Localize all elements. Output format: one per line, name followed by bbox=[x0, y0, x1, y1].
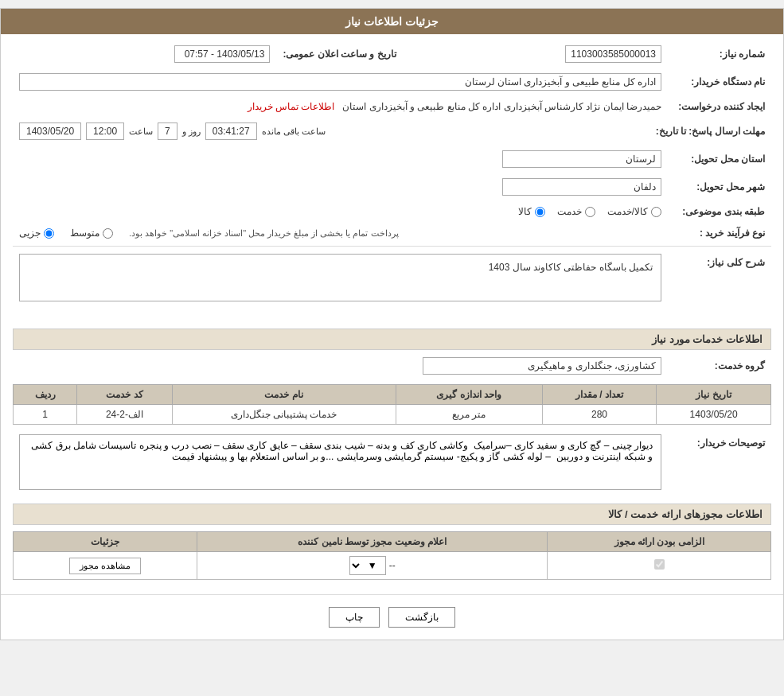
th-elam: اعلام وضعیت مجوز توسط نامین کننده bbox=[197, 532, 548, 552]
radio-kala-input[interactable] bbox=[535, 207, 545, 217]
label-shomare: شماره نیاز: bbox=[668, 42, 771, 66]
th-elzami: الزامی بودن ارائه مجوز bbox=[548, 532, 771, 552]
elzami-checkbox bbox=[654, 559, 665, 570]
info-table-4: مهلت ارسال پاسخ: تا تاریخ: ساعت باقی مان… bbox=[13, 119, 771, 143]
baghimande-value: 03:41:27 bbox=[205, 122, 257, 140]
radio-kala: کالا bbox=[518, 206, 545, 217]
tosih-textarea bbox=[19, 434, 661, 490]
label-no-farayand: نوع فرآیند خرید : bbox=[668, 224, 771, 242]
label-grohe: گروه خدمت: bbox=[668, 354, 771, 378]
chap-button[interactable]: چاپ bbox=[329, 607, 380, 628]
info-table-2: نام دستگاه خریدار: اداره کل منابع طبیعی … bbox=[13, 70, 771, 94]
info-table-6: شهر محل تحویل: دلفان bbox=[13, 175, 771, 199]
radio-jozi: جزیی bbox=[19, 227, 54, 239]
khadamat-section-title: اطلاعات خدمات مورد نیاز bbox=[13, 329, 771, 350]
label-tosih: توصیحات خریدار: bbox=[668, 431, 771, 496]
td-tedad: 280 bbox=[542, 405, 657, 425]
page-header: جزئیات اطلاعات نیاز bbox=[1, 9, 783, 34]
divider-1 bbox=[13, 246, 771, 247]
td-radif: 1 bbox=[14, 405, 77, 425]
value-shahr: دلفان bbox=[13, 175, 668, 199]
td-kod: الف-2-24 bbox=[77, 405, 172, 425]
radio-kala-khedmat: کالا/خدمت bbox=[607, 206, 661, 217]
page-wrapper: جزئیات اطلاعات نیاز شماره نیاز: 11030035… bbox=[0, 8, 784, 640]
table-row: 1403/05/20 280 متر مربع خدمات پشتیبانی ج… bbox=[14, 405, 771, 425]
kala-khedmat-label: کالا/خدمت bbox=[607, 206, 648, 217]
info-table-1: شماره نیاز: 1103003585000013 تاریخ و ساع… bbox=[13, 42, 771, 66]
shahr-value: دلفان bbox=[502, 178, 661, 196]
info-table-grohe: گروه خدمت: کشاورزی، جنگلداری و ماهیگیری bbox=[13, 354, 771, 378]
tarikh-value: 1403/05/20 bbox=[19, 122, 81, 140]
bazgasht-button[interactable]: بازگشت bbox=[388, 607, 455, 628]
radio-motavasset-input[interactable] bbox=[103, 228, 113, 239]
th-tedad: تعداد / مقدار bbox=[542, 385, 657, 405]
info-table-5: استان محل تحویل: لرستان bbox=[13, 147, 771, 171]
td-elzami bbox=[548, 552, 771, 580]
value-sharh: AnaТender.net تکمیل باسگاه حفاظتی کاکاون… bbox=[13, 251, 668, 321]
info-table-sharh: شرح کلی نیاز: AnaТender.net تکمیل باسگاه… bbox=[13, 251, 771, 321]
content-area: شماره نیاز: 1103003585000013 تاریخ و ساع… bbox=[1, 34, 783, 594]
th-vahed: واحد اندازه گیری bbox=[396, 385, 542, 405]
info-table-7: طبقه بندی موضوعی: کالا/خدمت خدمت bbox=[13, 203, 771, 220]
label-shahr: شهر محل تحویل: bbox=[668, 175, 771, 199]
value-no-farayand: پرداخت تمام یا بخشی از مبلغ خریدار محل "… bbox=[13, 224, 668, 242]
motavasset-label: متوسط bbox=[70, 227, 99, 239]
label-ostan: استان محل تحویل: bbox=[668, 147, 771, 171]
radio-jozi-input[interactable] bbox=[44, 228, 54, 239]
th-kod: کد خدمت bbox=[77, 385, 172, 405]
label-tabaqe: طبقه بندی موضوعی: bbox=[668, 203, 771, 220]
kala-label: کالا bbox=[518, 206, 532, 217]
info-table-tosih: توصیحات خریدار: bbox=[13, 431, 771, 496]
value-ejad: حمیدرضا ایمان نژاد کارشناس آبخیزداری ادا… bbox=[13, 98, 668, 115]
label-ejad: ایجاد کننده درخواست: bbox=[668, 98, 771, 115]
info-table-3: ایجاد کننده درخواست: حمیدرضا ایمان نژاد … bbox=[13, 98, 771, 115]
no-farayand-note: پرداخت تمام یا بخشی از مبلغ خریدار محل "… bbox=[129, 228, 399, 239]
licenses-table: الزامی بودن ارائه مجوز اعلام وضعیت مجوز … bbox=[13, 531, 771, 580]
tamas-kharidar-link[interactable]: اطلاعات تماس خریدار bbox=[248, 101, 335, 112]
value-tabaqe: کالا/خدمت خدمت کالا bbox=[13, 203, 668, 220]
roz-label: روز و bbox=[182, 126, 201, 137]
ejad-value: حمیدرضا ایمان نژاد کارشناس آبخیزداری ادا… bbox=[342, 101, 661, 112]
elam-select[interactable]: ▼ bbox=[349, 556, 386, 575]
info-table-8: نوع فرآیند خرید : پرداخت تمام یا بخشی از… bbox=[13, 224, 771, 242]
nam-dastgah-value: اداره کل منابع طبیعی و آبخیزداری استان ل… bbox=[19, 73, 661, 91]
sharh-value: تکمیل باسگاه حفاظتی کاکاوند سال 1403 bbox=[19, 254, 661, 301]
th-nam: نام خدمت bbox=[172, 385, 396, 405]
value-tarikh-elan: 1403/05/13 - 07:57 bbox=[13, 42, 276, 66]
saat-value: 12:00 bbox=[86, 122, 124, 140]
value-tosih bbox=[13, 431, 668, 496]
label-sharh: شرح کلی نیاز: bbox=[668, 251, 771, 321]
td-nam: خدمات پشتیبانی جنگل‌داری bbox=[172, 405, 396, 425]
td-vahed: متر مربع bbox=[396, 405, 542, 425]
page-title: جزئیات اطلاعات نیاز bbox=[345, 15, 439, 28]
sharh-area: AnaТender.net تکمیل باسگاه حفاظتی کاکاون… bbox=[19, 254, 661, 317]
shomare-niaz-value: 1103003585000013 bbox=[565, 45, 661, 63]
td-tarikh: 1403/05/20 bbox=[657, 405, 771, 425]
radio-kala-khedmat-input[interactable] bbox=[651, 207, 661, 217]
td-elam-vaziat: -- ▼ bbox=[197, 552, 548, 580]
services-table: تاریخ نیاز تعداد / مقدار واحد اندازه گیر… bbox=[13, 384, 771, 425]
value-nam-dastgah: اداره کل منابع طبیعی و آبخیزداری استان ل… bbox=[13, 70, 668, 94]
value-mohlat: ساعت باقی مانده 03:41:27 روز و 7 ساعت 12… bbox=[13, 119, 649, 143]
value-grohe: کشاورزی، جنگلداری و ماهیگیری bbox=[13, 354, 668, 378]
label-mohlat: مهلت ارسال پاسخ: تا تاریخ: bbox=[649, 119, 771, 143]
tarikh-elan-value: 1403/05/13 - 07:57 bbox=[174, 45, 270, 63]
view-mojavez-button[interactable]: مشاهده مجوز bbox=[69, 558, 141, 574]
grohe-value: کشاورزی، جنگلداری و ماهیگیری bbox=[423, 357, 661, 375]
value-shomare: 1103003585000013 bbox=[403, 42, 668, 66]
radio-khedmat-input[interactable] bbox=[585, 207, 595, 217]
th-radif: ردیف bbox=[14, 385, 77, 405]
footer-buttons: بازگشت چاپ bbox=[1, 594, 783, 640]
label-tarikh-elan: تاریخ و ساعت اعلان عمومی: bbox=[276, 42, 402, 66]
roz-value: 7 bbox=[158, 122, 177, 140]
mojavez-section-title: اطلاعات مجوزهای ارائه خدمت / کالا bbox=[13, 504, 771, 525]
license-row: -- ▼ مشاهده مجوز bbox=[14, 552, 771, 580]
radio-motavasset: متوسط bbox=[70, 227, 113, 239]
ostan-value: لرستان bbox=[502, 150, 661, 168]
th-joziat: جزئیات bbox=[14, 532, 197, 552]
th-tarikh: تاریخ نیاز bbox=[657, 385, 771, 405]
td-joziat: مشاهده مجوز bbox=[14, 552, 197, 580]
jozi-label: جزیی bbox=[19, 227, 41, 239]
khedmat-label: خدمت bbox=[557, 206, 582, 217]
radio-khedmat: خدمت bbox=[557, 206, 595, 217]
